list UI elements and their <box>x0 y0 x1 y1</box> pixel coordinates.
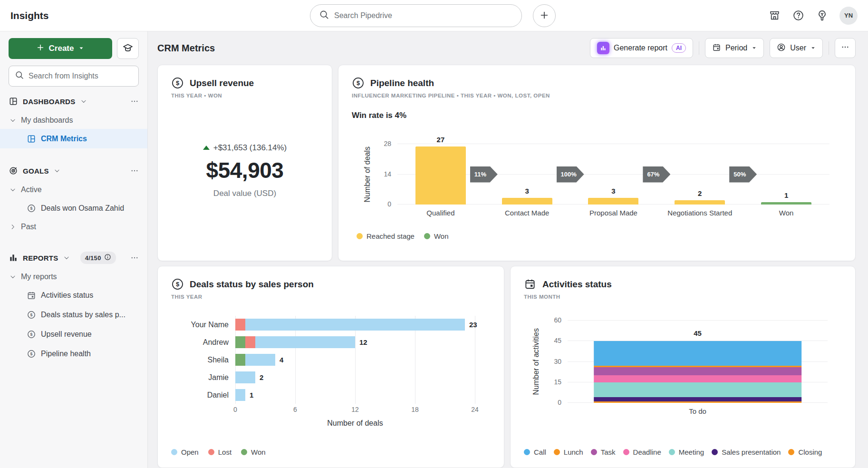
bar-segment-open[interactable] <box>255 336 355 348</box>
stack-segment-closing[interactable] <box>594 401 802 403</box>
suggestions-bulb-icon[interactable] <box>816 10 828 22</box>
bar-segment-open[interactable] <box>235 371 255 383</box>
card-title: Activities status <box>542 279 612 290</box>
reports-usage-badge[interactable]: 4/150 <box>80 252 116 264</box>
bar-segment-open[interactable] <box>235 389 245 401</box>
deals-legend-open[interactable]: Open <box>171 448 199 456</box>
sidebar-item-label: GOALS <box>23 167 49 175</box>
caret-down-icon <box>752 44 757 52</box>
topbar-actions: YN <box>768 7 858 25</box>
help-icon[interactable] <box>792 10 804 22</box>
stack-segment-sales-presentation[interactable] <box>594 397 802 401</box>
activities-legend-call[interactable]: Call <box>524 448 546 456</box>
activities-plot: 01530456045 <box>568 321 828 403</box>
sidebar: Create DASHBOARDSMy dashboardsCRM Metric… <box>0 31 148 468</box>
period-filter-label: Period <box>725 44 747 52</box>
sidebar-item-label: Past <box>21 223 36 231</box>
sidebar-item-dashboards[interactable]: DASHBOARDS <box>9 91 139 111</box>
svg-text:$: $ <box>176 79 179 87</box>
insights-search-input[interactable] <box>29 72 133 80</box>
legend-label: Call <box>534 448 546 456</box>
bar-value-label: 3 <box>570 187 657 195</box>
y-tick: 14 <box>384 170 391 178</box>
legend-dot-icon <box>241 449 247 455</box>
search-icon <box>319 10 329 22</box>
svg-text:$: $ <box>30 332 33 337</box>
funnel-bar-won[interactable] <box>761 202 811 205</box>
sidebar-item-activities-status[interactable]: Activities status <box>0 285 147 305</box>
funnel-legend-won[interactable]: Won <box>424 232 449 240</box>
activities-legend-lunch[interactable]: Lunch <box>554 448 583 456</box>
stack-segment-deadline[interactable] <box>594 375 802 382</box>
period-filter-button[interactable]: Period <box>705 38 764 58</box>
sidebar-nav: DASHBOARDSMy dashboardsCRM MetricsGOALSA… <box>9 91 139 363</box>
legend-dot-icon <box>623 449 629 455</box>
deals-legend-won[interactable]: Won <box>241 448 266 456</box>
bar-segment-lost[interactable] <box>245 336 255 348</box>
activities-legend-deadline[interactable]: Deadline <box>623 448 661 456</box>
quick-add-button[interactable] <box>533 4 556 27</box>
insights-search[interactable] <box>9 66 139 87</box>
activities-legend-task[interactable]: Task <box>591 448 616 456</box>
legend-dot-icon <box>712 449 718 455</box>
bar-segment-won[interactable] <box>235 354 245 366</box>
bar-total-label: 1 <box>250 391 253 399</box>
sidebar-item-goals[interactable]: GOALS <box>9 161 139 181</box>
bar-segment-open[interactable] <box>245 354 275 366</box>
bar-segment-open[interactable] <box>245 319 465 331</box>
main-header: CRM Metrics Generate report AI Period <box>148 31 868 65</box>
funnel-bar-negotiations-started[interactable] <box>675 200 725 205</box>
sidebar-item-pipeline-health[interactable]: $Pipeline health <box>0 344 147 363</box>
deals-legend-lost[interactable]: Lost <box>208 448 231 456</box>
marketplace-icon[interactable] <box>768 10 781 22</box>
category-label: Sheila <box>171 356 235 364</box>
funnel-legend-reached-stage[interactable]: Reached stage <box>357 232 415 240</box>
avatar[interactable]: YN <box>839 7 858 25</box>
funnel-bar-contact-made[interactable] <box>502 198 552 205</box>
sidebar-item-active[interactable]: Active <box>9 181 139 198</box>
nav-spacer <box>9 148 139 161</box>
chevron-down-icon <box>80 98 87 105</box>
bar-segment-won[interactable] <box>235 336 245 348</box>
sidebar-item-deals-won-osama-zahid[interactable]: $Deals won Osama Zahid <box>0 198 147 218</box>
sidebar-item-reports[interactable]: REPORTS4/150 <box>9 248 139 268</box>
global-search[interactable] <box>310 4 522 27</box>
section-more-button[interactable] <box>130 166 139 175</box>
sidebar-item-past[interactable]: Past <box>9 218 139 235</box>
y-tick: 0 <box>558 399 561 406</box>
y-tick: 30 <box>554 358 561 365</box>
funnel-bar-proposal-made[interactable] <box>588 198 638 205</box>
bar-segment-lost[interactable] <box>235 319 245 331</box>
activities-legend-sales-presentation[interactable]: Sales presentation <box>712 448 781 456</box>
sidebar-item-deals-status-by-sales-person[interactable]: $Deals status by sales p... <box>0 305 147 324</box>
metric-value: $54,903 <box>206 157 284 183</box>
card-subtitle: INFLUENCER MARKETING PIPELINE • THIS YEA… <box>352 93 842 98</box>
stack-segment-call[interactable] <box>594 341 802 366</box>
y-axis-label: Number of deals <box>363 146 372 202</box>
user-filter-button[interactable]: User <box>770 38 823 58</box>
sidebar-item-upsell-revenue[interactable]: $Upsell revenue <box>0 324 147 344</box>
legend-label: Won <box>251 448 266 456</box>
funnel-plot: 0142827332111%100%67%50% <box>397 144 829 205</box>
create-button[interactable]: Create <box>9 38 112 59</box>
ai-badge: AI <box>672 43 686 53</box>
sidebar-item-my-reports[interactable]: My reports <box>9 268 139 285</box>
sidebar-item-my-dashboards[interactable]: My dashboards <box>9 111 139 129</box>
global-search-input[interactable] <box>334 11 513 20</box>
svg-text:$: $ <box>357 79 360 87</box>
stack-segment-task[interactable] <box>594 367 802 375</box>
info-icon <box>104 254 111 262</box>
section-more-button[interactable] <box>130 254 139 262</box>
category-label: Negotiations Started <box>656 209 743 217</box>
sidebar-item-crm-metrics[interactable]: CRM Metrics <box>0 129 147 148</box>
more-options-button[interactable] <box>835 38 856 58</box>
generate-report-button[interactable]: Generate report AI <box>590 38 693 58</box>
funnel-bar-qualified[interactable] <box>415 146 466 205</box>
activities-legend-closing[interactable]: Closing <box>788 448 822 456</box>
activities-legend-meeting[interactable]: Meeting <box>669 448 704 456</box>
stack-segment-meeting[interactable] <box>594 382 802 398</box>
learn-academy-button[interactable] <box>117 38 139 59</box>
metric-caption: Deal value (USD) <box>213 189 276 198</box>
upsell-revenue-card: $ Upsell revenue THIS YEAR • WON +$31,65… <box>157 65 332 261</box>
section-more-button[interactable] <box>130 97 139 106</box>
